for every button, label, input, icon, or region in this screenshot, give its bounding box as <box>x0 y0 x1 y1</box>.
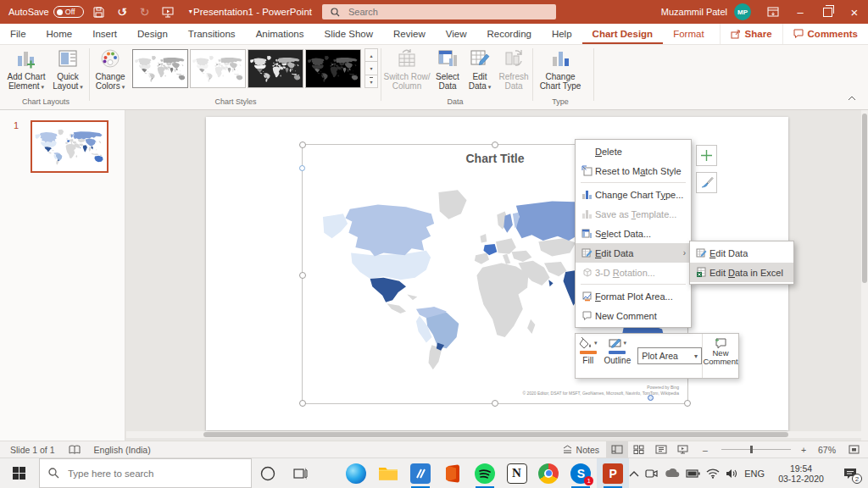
vertical-scrollbar-thumb[interactable] <box>862 114 867 283</box>
close-button[interactable]: × <box>841 0 868 24</box>
tab-transitions[interactable]: Transitions <box>178 24 246 44</box>
chart-styles-button[interactable] <box>696 172 717 193</box>
search-box[interactable] <box>322 4 556 19</box>
notes-button[interactable]: Notes <box>555 445 606 455</box>
menu-item-change-chart-type[interactable]: Change Chart Type... <box>576 185 691 204</box>
zoom-slider-thumb[interactable] <box>750 446 753 453</box>
menu-item-format-plot-area[interactable]: Format Plot Area... <box>576 286 691 306</box>
edit-data-button[interactable]: EditData▾ <box>465 47 495 92</box>
chart-element-selector[interactable]: Plot Area ▾ <box>637 347 702 364</box>
zoom-slider[interactable] <box>721 449 791 450</box>
gallery-more-button[interactable]: ▾ <box>364 75 378 88</box>
chart-style-3[interactable] <box>248 49 303 88</box>
chart-style-2[interactable] <box>190 49 246 88</box>
tab-recording[interactable]: Recording <box>477 24 542 44</box>
fill-button[interactable]: ▾ Fill <box>576 334 601 378</box>
slide-thumbnail[interactable] <box>31 120 108 173</box>
resize-handle-middle-left[interactable] <box>299 272 306 279</box>
undo-button[interactable]: ↺▾ <box>114 4 130 19</box>
autosave-toggle[interactable]: AutoSave Off <box>8 6 84 18</box>
tab-home[interactable]: Home <box>36 24 83 44</box>
tab-view[interactable]: View <box>436 24 477 44</box>
quick-layout-button[interactable]: QuickLayout▾ <box>49 47 86 92</box>
slideshow-view-button[interactable] <box>672 441 694 458</box>
title-selection-handle[interactable] <box>299 165 305 171</box>
taskbar-edge[interactable] <box>340 458 372 488</box>
horizontal-scrollbar[interactable] <box>126 431 861 438</box>
zoom-in-button[interactable]: + <box>796 441 811 458</box>
clock[interactable]: 19:54 03-12-2020 <box>771 463 832 484</box>
taskbar-powerpoint[interactable]: P <box>597 458 629 488</box>
add-chart-element-button[interactable]: Add ChartElement▾ <box>5 47 47 92</box>
menu-item-new-comment[interactable]: New Comment <box>576 306 691 325</box>
resize-handle-top-middle[interactable] <box>492 141 498 148</box>
start-slideshow-icon[interactable] <box>160 4 175 19</box>
resize-handle-top-left[interactable] <box>299 141 306 148</box>
restore-button[interactable] <box>814 0 841 24</box>
tab-format[interactable]: Format <box>663 24 714 44</box>
horizontal-scrollbar-thumb[interactable] <box>203 432 788 437</box>
keyboard-language[interactable]: ENG <box>744 469 765 479</box>
taskbar-search-input[interactable] <box>66 468 222 480</box>
chart-elements-button[interactable] <box>696 145 717 166</box>
fit-slide-to-window-button[interactable] <box>843 441 865 458</box>
taskbar-spotify[interactable] <box>469 458 501 488</box>
resize-handle-bottom-right[interactable] <box>684 400 691 407</box>
minimize-button[interactable]: – <box>787 0 814 24</box>
tab-file[interactable]: File <box>0 24 36 44</box>
menu-item-delete[interactable]: Delete <box>576 141 691 161</box>
cortana-button[interactable] <box>252 458 284 488</box>
zoom-out-button[interactable]: – <box>694 441 716 458</box>
chart-style-4[interactable] <box>305 49 361 88</box>
resize-handle-bottom-left[interactable] <box>299 400 306 407</box>
submenu-item-edit-data[interactable]: Edit Data <box>690 243 793 263</box>
vertical-scrollbar[interactable] <box>861 110 868 441</box>
comments-button[interactable]: Comments <box>782 24 868 44</box>
normal-view-button[interactable] <box>606 441 628 458</box>
wifi-icon[interactable] <box>706 469 720 479</box>
taskbar-skype[interactable]: S 1 <box>565 458 597 488</box>
tab-chart-design[interactable]: Chart Design <box>582 24 664 44</box>
menu-item-edit-data[interactable]: Edit Data › <box>576 243 691 263</box>
battery-icon[interactable] <box>686 469 700 478</box>
collapse-ribbon-button[interactable] <box>848 96 856 101</box>
select-data-button[interactable]: SelectData <box>432 47 463 91</box>
tab-help[interactable]: Help <box>542 24 582 44</box>
hidden-icons-chevron-icon[interactable] <box>629 470 639 477</box>
reading-view-button[interactable] <box>650 441 672 458</box>
taskbar-search[interactable] <box>39 458 252 488</box>
search-input[interactable] <box>347 6 520 18</box>
share-button[interactable]: Share <box>720 24 782 44</box>
spell-check-icon[interactable] <box>62 445 87 455</box>
tab-animations[interactable]: Animations <box>246 24 314 44</box>
taskbar-office[interactable] <box>437 458 469 488</box>
onedrive-icon[interactable] <box>665 469 680 479</box>
change-chart-type-button[interactable]: ChangeChart Type <box>536 47 585 91</box>
tab-review[interactable]: Review <box>383 24 436 44</box>
language-indicator[interactable]: English (India) <box>87 445 158 455</box>
tab-design[interactable]: Design <box>127 24 178 44</box>
gallery-up-button[interactable]: ▴ <box>364 48 378 62</box>
chart-style-1[interactable] <box>132 49 188 88</box>
taskbar-file-explorer[interactable] <box>372 458 404 488</box>
slide-sorter-view-button[interactable] <box>628 441 650 458</box>
taskbar-app-blue[interactable] <box>404 458 437 488</box>
taskbar-notion[interactable]: N <box>501 458 533 488</box>
start-button[interactable] <box>0 458 39 488</box>
taskbar-chrome[interactable] <box>532 458 565 488</box>
task-view-button[interactable] <box>284 458 316 488</box>
undo-dropdown-icon[interactable]: ▾ <box>124 9 127 15</box>
save-icon[interactable] <box>92 4 107 19</box>
tab-insert[interactable]: Insert <box>82 24 127 44</box>
meet-now-icon[interactable] <box>645 468 659 480</box>
menu-item-reset-to-match-style[interactable]: Reset to Match Style <box>576 161 691 180</box>
resize-handle-bottom-middle[interactable] <box>492 400 498 407</box>
menu-item-select-data[interactable]: Select Data... <box>576 224 691 243</box>
tab-slide-show[interactable]: Slide Show <box>314 24 384 44</box>
submenu-item-edit-data-in-excel[interactable]: Edit Data in Excel <box>690 263 793 282</box>
volume-icon[interactable] <box>726 469 738 479</box>
user-name[interactable]: Muzammil Patel <box>661 7 727 17</box>
ribbon-display-options-icon[interactable] <box>760 0 787 24</box>
change-colors-button[interactable]: ChangeColors▾ <box>92 47 129 92</box>
outline-button[interactable]: ▾ Outline <box>601 334 635 378</box>
